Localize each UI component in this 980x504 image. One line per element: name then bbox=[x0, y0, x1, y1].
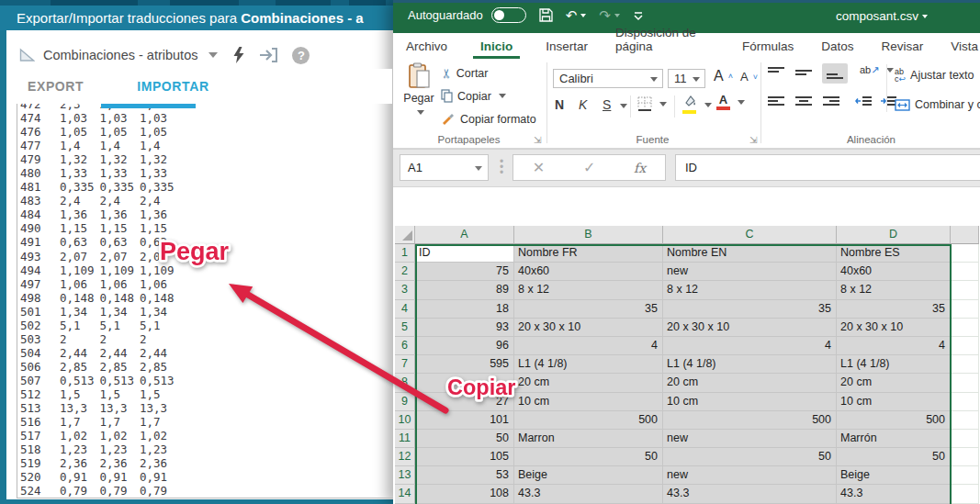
sheet-cell-D5[interactable]: 20 x 30 x 10 bbox=[837, 319, 951, 337]
sheet-cell-B1[interactable]: Nombre FR bbox=[514, 244, 663, 263]
row-header-8[interactable]: 8 bbox=[395, 374, 415, 392]
autosave-toggle[interactable] bbox=[491, 7, 526, 23]
ribbon-tab-insertar[interactable]: Insertar bbox=[544, 39, 590, 59]
paste-button[interactable]: Pegar bbox=[401, 62, 436, 118]
sheet-cell-A12[interactable]: 105 bbox=[415, 448, 514, 466]
sheet-cell-D6[interactable]: 4 bbox=[837, 337, 951, 355]
import-enter-icon[interactable] bbox=[259, 48, 279, 62]
sheet-cell-empty[interactable] bbox=[951, 485, 979, 503]
ribbon-tab-archivo[interactable]: Archivo bbox=[404, 39, 449, 59]
help-icon[interactable]: ? bbox=[292, 47, 310, 64]
row-header-1[interactable]: 1 bbox=[395, 244, 415, 263]
sheet-cell-A8[interactable] bbox=[415, 374, 514, 392]
wrap-text-button[interactable]: abc↩ Ajustar texto bbox=[895, 68, 974, 83]
sheet-cell-B7[interactable]: L1 (4 1/8) bbox=[514, 355, 663, 374]
sheet-cell-A6[interactable]: 96 bbox=[415, 337, 514, 355]
align-top-button[interactable] bbox=[767, 66, 785, 79]
attribute-group-selector[interactable]: Combinaciones - atributos bbox=[43, 48, 197, 62]
sheet-cell-D2[interactable]: 40x60 bbox=[837, 263, 951, 281]
sheet-cell-B8[interactable]: 20 cm bbox=[514, 374, 663, 392]
sheet-cell-B2[interactable]: 40x60 bbox=[514, 263, 663, 281]
sheet-cell-D1[interactable]: Nombre ES bbox=[837, 244, 951, 263]
sheet-cell-empty[interactable] bbox=[951, 244, 979, 263]
sheet-cell-empty[interactable] bbox=[951, 393, 979, 411]
sheet-cell-A14[interactable]: 108 bbox=[415, 485, 514, 503]
sheet-cell-A2[interactable]: 75 bbox=[415, 263, 514, 281]
customize-qat-icon[interactable] bbox=[633, 10, 644, 21]
sheet-cell-empty[interactable] bbox=[951, 466, 979, 485]
fill-color-button[interactable] bbox=[682, 95, 712, 114]
sheet-cell-B10[interactable]: 500 bbox=[514, 411, 663, 430]
cancel-entry-icon[interactable]: ✕ bbox=[533, 159, 545, 176]
ribbon-tab-vista[interactable]: Vista bbox=[949, 39, 980, 59]
sheet-grid[interactable]: ABCD1IDNombre FRNombre ENNombre ES27540x… bbox=[395, 226, 980, 504]
cut-button[interactable]: ✂ Cortar bbox=[441, 66, 488, 81]
row-header-11[interactable]: 11 bbox=[395, 430, 415, 448]
sheet-cell-C1[interactable]: Nombre EN bbox=[663, 244, 837, 263]
tab-importar[interactable]: IMPORTAR bbox=[137, 79, 208, 94]
sheet-cell-empty[interactable] bbox=[951, 355, 979, 374]
row-header-10[interactable]: 10 bbox=[395, 411, 415, 430]
confirm-entry-icon[interactable]: ✓ bbox=[583, 159, 595, 176]
sheet-cell-C7[interactable]: L1 (4 1/8) bbox=[663, 355, 837, 374]
sheet-cell-C10[interactable]: 500 bbox=[663, 411, 837, 430]
sheet-cell-A3[interactable]: 89 bbox=[415, 281, 514, 299]
row-header-9[interactable]: 9 bbox=[395, 393, 415, 411]
sheet-cell-C2[interactable]: new bbox=[663, 263, 837, 281]
align-left-button[interactable] bbox=[767, 95, 785, 108]
sheet-cell-D9[interactable]: 10 cm bbox=[837, 393, 951, 411]
font-dialog-launcher-icon[interactable]: ⇲ bbox=[749, 135, 757, 145]
row-header-6[interactable]: 6 bbox=[395, 337, 415, 355]
sheet-cell-B14[interactable]: 43.3 bbox=[514, 485, 663, 503]
sheet-cell-B3[interactable]: 8 x 12 bbox=[514, 281, 663, 299]
lightning-icon[interactable] bbox=[232, 47, 245, 63]
sheet-cell-C14[interactable]: 43.3 bbox=[663, 485, 837, 503]
ribbon-tab-datos[interactable]: Datos bbox=[819, 39, 855, 59]
ribbon-tab-disposición-de-página[interactable]: Disposición de página bbox=[614, 26, 716, 59]
bold-button[interactable]: N bbox=[555, 97, 564, 112]
merge-center-button[interactable]: Combinar y ce bbox=[895, 98, 980, 111]
font-color-button[interactable]: A bbox=[716, 94, 745, 110]
font-size-combo[interactable]: 11 bbox=[668, 69, 705, 88]
undo-caret-icon[interactable] bbox=[580, 14, 586, 17]
align-middle-button[interactable] bbox=[794, 66, 813, 79]
sheet-cell-D8[interactable]: 20 cm bbox=[837, 374, 951, 392]
sheet-cell-empty[interactable] bbox=[951, 281, 979, 299]
sheet-cell-A9[interactable]: 27 bbox=[415, 393, 514, 411]
row-header-7[interactable]: 7 bbox=[395, 355, 415, 374]
undo-icon[interactable]: ↶ bbox=[566, 8, 578, 23]
sheet-cell-D3[interactable]: 8 x 12 bbox=[837, 281, 951, 299]
tab-export[interactable]: EXPORT bbox=[28, 79, 84, 94]
row-header-2[interactable]: 2 bbox=[395, 263, 415, 281]
sheet-cell-D4[interactable]: 35 bbox=[837, 300, 951, 319]
format-painter-button[interactable]: Copiar formato bbox=[441, 112, 536, 126]
sheet-cell-D13[interactable]: Beige bbox=[837, 466, 951, 485]
row-header-13[interactable]: 13 bbox=[395, 466, 415, 485]
ribbon-tab-inicio[interactable]: Inicio bbox=[473, 39, 520, 59]
increase-font-button[interactable]: A˄ bbox=[714, 68, 733, 84]
column-header-partial[interactable] bbox=[951, 226, 979, 244]
translation-list[interactable]: 4722,32,32,34741,031,031,034761,051,051,… bbox=[17, 97, 393, 498]
sheet-cell-C13[interactable]: new bbox=[663, 466, 837, 485]
copy-button[interactable]: Copiar bbox=[441, 89, 506, 103]
sheet-cell-empty[interactable] bbox=[951, 374, 979, 392]
align-center-button[interactable] bbox=[794, 95, 813, 108]
sheet-cell-C5[interactable]: 20 x 30 x 10 bbox=[663, 319, 837, 337]
selector-caret-icon[interactable] bbox=[208, 52, 218, 58]
sheet-cell-B4[interactable]: 35 bbox=[514, 300, 663, 319]
decrease-indent-button[interactable] bbox=[855, 95, 873, 108]
sheet-cell-empty[interactable] bbox=[951, 448, 979, 466]
sheet-cell-C8[interactable]: 20 cm bbox=[663, 374, 837, 392]
orientation-button[interactable]: ab↗ bbox=[860, 64, 894, 76]
sheet-cell-A11[interactable]: 50 bbox=[415, 430, 514, 448]
row-header-5[interactable]: 5 bbox=[395, 319, 415, 337]
column-header-C[interactable]: C bbox=[663, 226, 837, 244]
column-header-A[interactable]: A bbox=[415, 226, 514, 244]
column-header-B[interactable]: B bbox=[514, 226, 663, 244]
row-header-3[interactable]: 3 bbox=[395, 281, 415, 299]
sheet-cell-A5[interactable]: 93 bbox=[415, 319, 514, 337]
sheet-cell-B13[interactable]: Beige bbox=[514, 466, 663, 485]
ribbon-tab-revisar[interactable]: Revisar bbox=[879, 39, 925, 59]
select-all-corner[interactable] bbox=[395, 226, 415, 244]
sheet-cell-A7[interactable]: 595 bbox=[415, 355, 514, 374]
